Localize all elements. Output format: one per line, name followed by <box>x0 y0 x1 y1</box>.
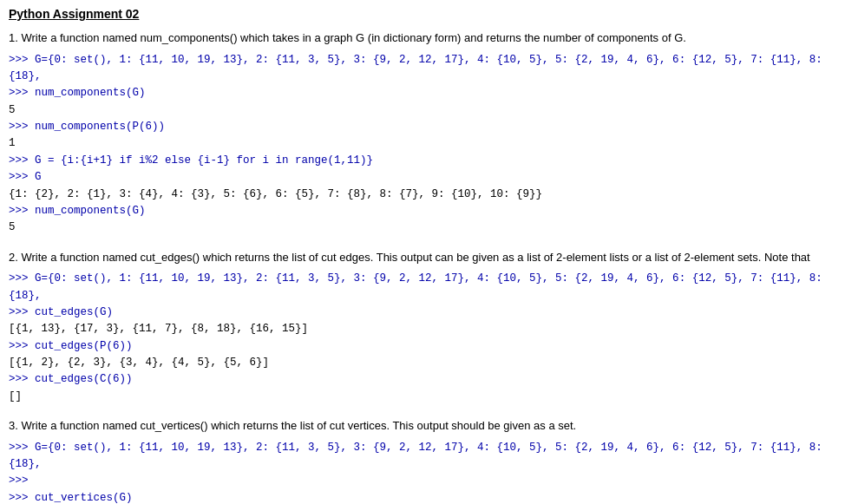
code-line: >>> num_components(G) <box>9 85 836 101</box>
code-line: [{1, 13}, {17, 3}, {11, 7}, {8, 18}, {16… <box>9 321 836 337</box>
code-line: >>> num_components(P(6)) <box>9 119 836 135</box>
section-description: 1. Write a function named num_components… <box>9 29 836 47</box>
code-block: >>> G={0: set(), 1: {11, 10, 19, 13}, 2:… <box>9 440 836 504</box>
code-line: >>> G <box>9 169 836 186</box>
code-line: {1: {2}, 2: {1}, 3: {4}, 4: {3}, 5: {6},… <box>9 187 836 203</box>
code-line: >>> cut_vertices(G) <box>9 490 836 504</box>
page-container: Python Assignment 02 1. Write a function… <box>9 7 836 504</box>
section-description: 3. Write a function named cut_vertices()… <box>9 417 836 435</box>
code-line: >>> G={0: set(), 1: {11, 10, 19, 13}, 2:… <box>9 440 836 474</box>
code-block: >>> G={0: set(), 1: {11, 10, 19, 13}, 2:… <box>9 52 836 237</box>
code-line: >>> G={0: set(), 1: {11, 10, 19, 13}, 2:… <box>9 52 836 86</box>
code-line: >>> <box>9 473 836 489</box>
section-section3: 3. Write a function named cut_vertices()… <box>9 417 836 504</box>
code-line: [] <box>9 389 836 405</box>
code-line: 5 <box>9 219 836 236</box>
code-line: >>> G={0: set(), 1: {11, 10, 19, 13}, 2:… <box>9 271 836 304</box>
code-line: >>> cut_edges(G) <box>9 304 836 321</box>
section-section2: 2. Write a function named cut_edges() wh… <box>9 249 836 406</box>
section-section1: 1. Write a function named num_components… <box>9 29 836 237</box>
code-line: >>> num_components(G) <box>9 203 836 219</box>
code-line: >>> G = {i:{i+1} if i%2 else {i-1} for i… <box>9 153 836 169</box>
section-description: 2. Write a function named cut_edges() wh… <box>9 249 836 266</box>
code-line: >>> cut_edges(P(6)) <box>9 338 836 355</box>
code-block: >>> G={0: set(), 1: {11, 10, 19, 13}, 2:… <box>9 271 836 405</box>
code-line: [{1, 2}, {2, 3}, {3, 4}, {4, 5}, {5, 6}] <box>9 355 836 371</box>
code-line: 5 <box>9 102 836 119</box>
code-line: >>> cut_edges(C(6)) <box>9 371 836 388</box>
page-title: Python Assignment 02 <box>9 7 836 21</box>
code-line: 1 <box>9 135 836 152</box>
